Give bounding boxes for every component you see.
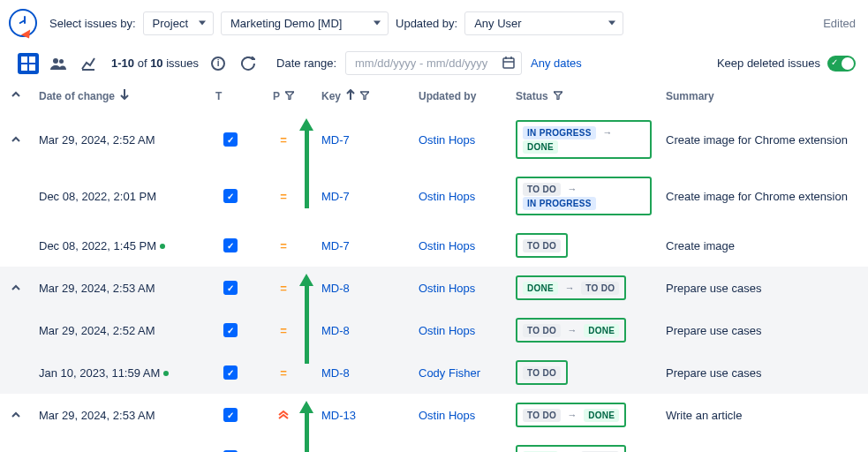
select-issues-label: Select issues by:: [49, 17, 136, 30]
issue-key-link[interactable]: MD-8: [321, 366, 350, 380]
refresh-icon: [241, 56, 255, 71]
col-updatedby-header[interactable]: Updated by: [411, 80, 509, 111]
arrow-right-icon: →: [602, 127, 612, 138]
collapse-all-icon: [11, 89, 20, 102]
issue-key-link[interactable]: MD-7: [321, 133, 350, 147]
arrow-right-icon: →: [565, 282, 575, 293]
col-type-header[interactable]: T: [208, 80, 253, 111]
user-link[interactable]: Cody Fisher: [419, 366, 480, 380]
info-button[interactable]: i: [208, 53, 229, 74]
group-collapse-button[interactable]: [11, 282, 20, 295]
status-lozenge: TO DO: [581, 282, 619, 295]
info-icon: i: [211, 56, 225, 71]
filter-field-dropdown[interactable]: Project: [143, 11, 214, 35]
updated-by-dropdown[interactable]: Any User: [464, 11, 623, 35]
table-row: Mar 29, 2024, 2:53 AM✓MD-13Ostin HopsDON…: [0, 436, 868, 452]
status-cell: TO DO: [516, 360, 568, 385]
date-range-label: Date range:: [276, 56, 336, 70]
status-lozenge: TO DO: [523, 366, 561, 380]
view-table-button[interactable]: [18, 53, 39, 74]
date-cell: Mar 29, 2024, 2:52 AM: [32, 309, 208, 351]
svg-rect-1: [29, 56, 35, 63]
issue-key-link[interactable]: MD-8: [321, 324, 350, 337]
issue-key-link[interactable]: MD-7: [321, 190, 350, 203]
status-cell: TO DO → DONE: [516, 403, 626, 427]
user-link[interactable]: Ostin Hops: [419, 133, 475, 147]
table-row: Mar 29, 2024, 2:52 AM✓=MD-8Ostin HopsTO …: [0, 309, 868, 351]
issue-key-link[interactable]: MD-8: [321, 282, 350, 295]
group-collapse-button[interactable]: [11, 133, 20, 147]
status-lozenge: IN PROGRESS: [523, 126, 596, 139]
issue-key-link[interactable]: MD-13: [321, 409, 356, 422]
updated-by-label: Updated by:: [396, 17, 457, 30]
any-dates-link[interactable]: Any dates: [531, 56, 582, 70]
issue-key-link[interactable]: MD-7: [321, 239, 350, 252]
issues-table: Date of change T P Key: [0, 80, 868, 452]
issue-type-task-icon: ✓: [223, 408, 238, 422]
status-lozenge: DONE: [584, 324, 619, 337]
svg-rect-0: [21, 56, 27, 63]
user-link[interactable]: Ostin Hops: [419, 282, 475, 295]
sort-asc-icon: [346, 89, 355, 102]
svg-rect-2: [21, 64, 27, 71]
issue-type-task-icon: ✓: [223, 132, 238, 147]
date-cell: Mar 29, 2024, 2:52 AM: [32, 111, 208, 168]
date-range-input[interactable]: mm/dd/yyyy - mm/dd/yyyy: [345, 51, 522, 75]
date-cell: Mar 29, 2024, 2:53 AM: [32, 267, 208, 309]
status-cell: TO DO → DONE: [516, 318, 626, 343]
col-toggle-header[interactable]: [0, 80, 32, 111]
status-lozenge: TO DO: [523, 409, 561, 422]
col-summary-header[interactable]: Summary: [659, 80, 868, 111]
view-chart-button[interactable]: [78, 53, 99, 74]
priority-medium-icon: =: [280, 190, 287, 203]
svg-rect-6: [503, 58, 514, 68]
issue-type-task-icon: ✓: [223, 323, 238, 337]
status-cell: DONE → TO DO: [516, 275, 626, 300]
project-dropdown[interactable]: Marketing Demo [MD]: [221, 11, 389, 35]
col-status-header[interactable]: Status: [509, 80, 659, 111]
table-row: Jan 10, 2023, 11:59 AM✓=MD-8Cody FisherT…: [0, 351, 868, 394]
refresh-button[interactable]: [238, 53, 259, 74]
status-cell: TO DO: [516, 233, 568, 258]
status-cell: IN PROGRESS → DONE: [516, 120, 652, 159]
issue-type-task-icon: ✓: [223, 281, 238, 295]
chart-icon: [81, 56, 95, 71]
user-link[interactable]: Ostin Hops: [419, 409, 475, 422]
created-dot-icon: [163, 371, 169, 376]
summary-cell: Create image for Chrome extension: [659, 111, 868, 168]
calendar-icon: [502, 56, 516, 70]
user-link[interactable]: Ostin Hops: [419, 324, 475, 337]
table-row: Mar 29, 2024, 2:53 AM✓MD-13Ostin HopsTO …: [0, 394, 868, 436]
status-lozenge: TO DO: [523, 183, 561, 196]
status-cell: DONE → TO DO: [516, 445, 626, 452]
app-logo: [9, 9, 37, 37]
col-priority-header[interactable]: P: [253, 80, 314, 111]
table-row: Mar 29, 2024, 2:52 AM✓=MD-7Ostin HopsIN …: [0, 111, 868, 168]
group-arrow-icon: [300, 401, 313, 452]
date-range-placeholder: mm/dd/yyyy - mm/dd/yyyy: [355, 56, 487, 70]
user-link[interactable]: Ostin Hops: [419, 239, 475, 252]
priority-medium-icon: =: [280, 366, 287, 380]
summary-cell: Prepare use cases: [659, 267, 868, 309]
filter-field-value: Project: [153, 17, 188, 30]
priority-medium-icon: =: [280, 133, 287, 147]
summary-cell: Prepare use cases: [659, 309, 868, 351]
date-cell: Dec 08, 2022, 1:45 PM: [32, 224, 208, 267]
group-arrow-icon: [300, 274, 313, 364]
view-people-button[interactable]: [48, 53, 69, 74]
col-key-header[interactable]: Key: [314, 80, 411, 111]
keep-deleted-label: Keep deleted issues: [717, 56, 820, 70]
status-lozenge: TO DO: [523, 324, 561, 337]
priority-high-icon: [278, 409, 289, 422]
user-link[interactable]: Ostin Hops: [419, 190, 475, 203]
issue-type-task-icon: ✓: [223, 238, 238, 252]
keep-deleted-toggle[interactable]: ✓: [827, 56, 856, 72]
summary-cell: Prepare use cases: [659, 351, 868, 394]
group-collapse-button[interactable]: [11, 409, 20, 422]
col-date-header[interactable]: Date of change: [32, 80, 208, 111]
result-count: 1-10 of 10 issues: [111, 56, 199, 70]
date-cell: Dec 08, 2022, 2:01 PM: [32, 168, 208, 224]
summary-cell: Write an article: [659, 436, 868, 452]
filter-icon: [554, 91, 562, 102]
date-cell: Jan 10, 2023, 11:59 AM: [32, 351, 208, 394]
